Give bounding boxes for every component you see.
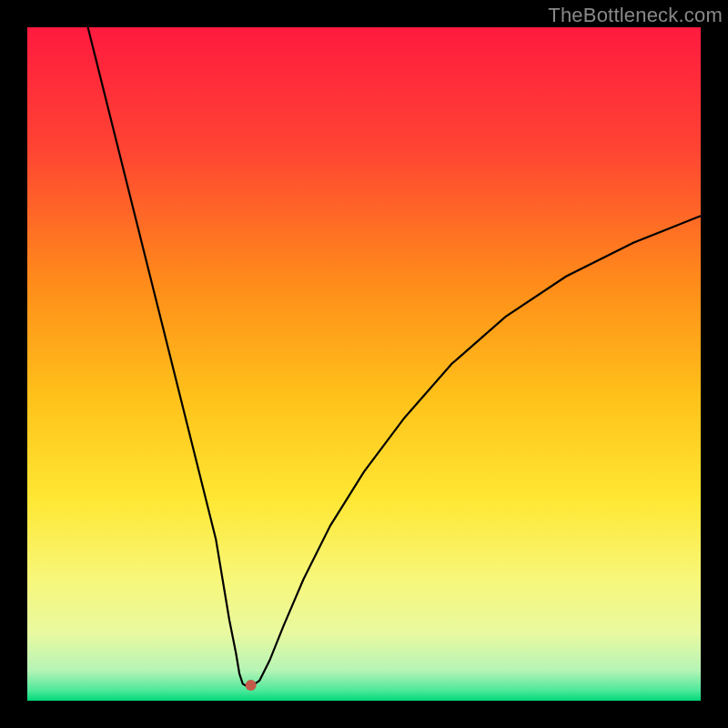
chart-frame: TheBottleneck.com bbox=[0, 0, 728, 728]
plot-area bbox=[27, 27, 701, 701]
optimal-point-marker bbox=[246, 680, 257, 691]
gradient-background bbox=[27, 27, 701, 701]
bottleneck-chart bbox=[27, 27, 701, 701]
watermark-text: TheBottleneck.com bbox=[548, 4, 723, 27]
